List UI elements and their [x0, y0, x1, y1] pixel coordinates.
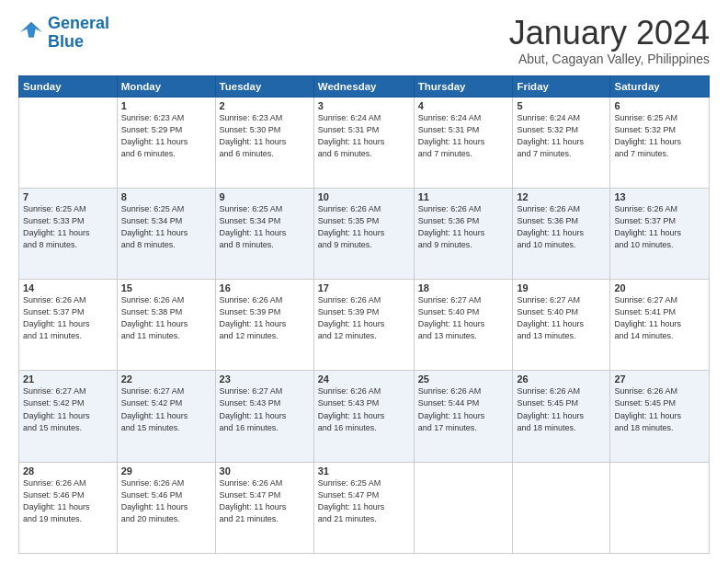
table-row: 24Sunrise: 6:26 AM Sunset: 5:43 PM Dayli… [313, 371, 414, 462]
table-row: 14Sunrise: 6:26 AM Sunset: 5:37 PM Dayli… [19, 280, 118, 371]
title-block: January 2024 Abut, Cagayan Valley, Phili… [509, 15, 710, 66]
table-row: 19Sunrise: 6:27 AM Sunset: 5:40 PM Dayli… [513, 280, 610, 371]
day-info: Sunrise: 6:27 AM Sunset: 5:40 PM Dayligh… [418, 294, 509, 342]
day-number: 6 [614, 100, 705, 111]
day-number: 1 [121, 100, 211, 111]
table-row: 4Sunrise: 6:24 AM Sunset: 5:31 PM Daylig… [414, 97, 513, 188]
day-info: Sunrise: 6:26 AM Sunset: 5:45 PM Dayligh… [614, 385, 705, 433]
table-row: 30Sunrise: 6:26 AM Sunset: 5:47 PM Dayli… [215, 462, 313, 553]
day-info: Sunrise: 6:26 AM Sunset: 5:38 PM Dayligh… [121, 294, 211, 342]
page: General Blue January 2024 Abut, Cagayan … [0, 0, 728, 563]
table-row: 23Sunrise: 6:27 AM Sunset: 5:43 PM Dayli… [215, 371, 313, 462]
day-number: 31 [318, 465, 410, 477]
calendar-week-4: 21Sunrise: 6:27 AM Sunset: 5:42 PM Dayli… [19, 371, 710, 462]
header-monday: Monday [117, 75, 215, 97]
table-row: 21Sunrise: 6:27 AM Sunset: 5:42 PM Dayli… [19, 371, 118, 462]
day-info: Sunrise: 6:26 AM Sunset: 5:35 PM Dayligh… [318, 203, 410, 251]
day-info: Sunrise: 6:26 AM Sunset: 5:44 PM Dayligh… [418, 385, 509, 433]
header-thursday: Thursday [414, 75, 513, 97]
table-row: 29Sunrise: 6:26 AM Sunset: 5:46 PM Dayli… [117, 462, 215, 553]
table-row [513, 462, 610, 553]
day-number: 11 [418, 191, 509, 202]
table-row: 31Sunrise: 6:25 AM Sunset: 5:47 PM Dayli… [313, 462, 414, 553]
table-row: 9Sunrise: 6:25 AM Sunset: 5:34 PM Daylig… [215, 188, 313, 279]
table-row: 6Sunrise: 6:25 AM Sunset: 5:32 PM Daylig… [610, 97, 710, 188]
table-row [19, 97, 118, 188]
day-number: 9 [220, 191, 310, 202]
table-row: 26Sunrise: 6:26 AM Sunset: 5:45 PM Dayli… [513, 371, 610, 462]
day-info: Sunrise: 6:23 AM Sunset: 5:29 PM Dayligh… [121, 112, 211, 160]
day-number: 8 [121, 191, 211, 202]
day-info: Sunrise: 6:26 AM Sunset: 5:46 PM Dayligh… [121, 477, 211, 525]
day-number: 30 [220, 465, 310, 477]
calendar-week-3: 14Sunrise: 6:26 AM Sunset: 5:37 PM Dayli… [19, 280, 710, 371]
month-title: January 2024 [509, 15, 710, 52]
table-row: 7Sunrise: 6:25 AM Sunset: 5:33 PM Daylig… [19, 188, 118, 279]
day-number: 16 [220, 282, 310, 293]
table-row: 10Sunrise: 6:26 AM Sunset: 5:35 PM Dayli… [313, 188, 414, 279]
table-row: 15Sunrise: 6:26 AM Sunset: 5:38 PM Dayli… [117, 280, 215, 371]
day-info: Sunrise: 6:27 AM Sunset: 5:43 PM Dayligh… [220, 385, 310, 433]
calendar-table: Sunday Monday Tuesday Wednesday Thursday… [18, 75, 710, 554]
day-number: 7 [23, 191, 113, 202]
calendar-week-1: 1Sunrise: 6:23 AM Sunset: 5:29 PM Daylig… [19, 97, 710, 188]
day-number: 3 [318, 100, 410, 111]
logo-text-blue: Blue [48, 33, 109, 52]
day-number: 22 [121, 373, 211, 385]
day-info: Sunrise: 6:26 AM Sunset: 5:45 PM Dayligh… [517, 385, 606, 433]
day-number: 26 [517, 373, 606, 385]
svg-marker-1 [23, 24, 40, 36]
day-number: 14 [23, 282, 113, 293]
day-number: 28 [23, 465, 113, 477]
table-row: 18Sunrise: 6:27 AM Sunset: 5:40 PM Dayli… [414, 280, 513, 371]
day-info: Sunrise: 6:26 AM Sunset: 5:37 PM Dayligh… [614, 203, 705, 251]
header-saturday: Saturday [610, 75, 710, 97]
table-row: 1Sunrise: 6:23 AM Sunset: 5:29 PM Daylig… [117, 97, 215, 188]
day-number: 29 [121, 465, 211, 477]
day-number: 20 [614, 282, 705, 293]
table-row: 27Sunrise: 6:26 AM Sunset: 5:45 PM Dayli… [610, 371, 710, 462]
day-info: Sunrise: 6:26 AM Sunset: 5:39 PM Dayligh… [220, 294, 310, 342]
day-number: 2 [220, 100, 310, 111]
table-row: 25Sunrise: 6:26 AM Sunset: 5:44 PM Dayli… [414, 371, 513, 462]
day-number: 18 [418, 282, 509, 293]
table-row: 11Sunrise: 6:26 AM Sunset: 5:36 PM Dayli… [414, 188, 513, 279]
table-row [610, 462, 710, 553]
day-info: Sunrise: 6:26 AM Sunset: 5:36 PM Dayligh… [517, 203, 606, 251]
calendar-week-5: 28Sunrise: 6:26 AM Sunset: 5:46 PM Dayli… [19, 462, 710, 553]
table-row: 8Sunrise: 6:25 AM Sunset: 5:34 PM Daylig… [117, 188, 215, 279]
day-number: 13 [614, 191, 705, 202]
day-info: Sunrise: 6:25 AM Sunset: 5:32 PM Dayligh… [614, 112, 705, 160]
day-info: Sunrise: 6:26 AM Sunset: 5:37 PM Dayligh… [23, 294, 113, 342]
header-wednesday: Wednesday [313, 75, 414, 97]
table-row: 2Sunrise: 6:23 AM Sunset: 5:30 PM Daylig… [215, 97, 313, 188]
day-number: 4 [418, 100, 509, 111]
day-info: Sunrise: 6:26 AM Sunset: 5:47 PM Dayligh… [220, 477, 310, 525]
table-row: 5Sunrise: 6:24 AM Sunset: 5:32 PM Daylig… [513, 97, 610, 188]
day-info: Sunrise: 6:26 AM Sunset: 5:39 PM Dayligh… [318, 294, 410, 342]
table-row: 3Sunrise: 6:24 AM Sunset: 5:31 PM Daylig… [313, 97, 414, 188]
day-number: 23 [220, 373, 310, 385]
table-row: 16Sunrise: 6:26 AM Sunset: 5:39 PM Dayli… [215, 280, 313, 371]
header-tuesday: Tuesday [215, 75, 313, 97]
calendar-week-2: 7Sunrise: 6:25 AM Sunset: 5:33 PM Daylig… [19, 188, 710, 279]
table-row: 17Sunrise: 6:26 AM Sunset: 5:39 PM Dayli… [313, 280, 414, 371]
day-number: 12 [517, 191, 606, 202]
table-row: 13Sunrise: 6:26 AM Sunset: 5:37 PM Dayli… [610, 188, 710, 279]
table-row [414, 462, 513, 553]
location: Abut, Cagayan Valley, Philippines [509, 52, 710, 66]
header-row: Sunday Monday Tuesday Wednesday Thursday… [19, 75, 710, 97]
day-info: Sunrise: 6:26 AM Sunset: 5:43 PM Dayligh… [318, 385, 410, 433]
header: General Blue January 2024 Abut, Cagayan … [18, 15, 710, 66]
day-number: 5 [517, 100, 606, 111]
day-info: Sunrise: 6:27 AM Sunset: 5:42 PM Dayligh… [121, 385, 211, 433]
day-number: 24 [318, 373, 410, 385]
header-sunday: Sunday [19, 75, 118, 97]
day-info: Sunrise: 6:23 AM Sunset: 5:30 PM Dayligh… [220, 112, 310, 160]
day-number: 21 [23, 373, 113, 385]
day-info: Sunrise: 6:27 AM Sunset: 5:42 PM Dayligh… [23, 385, 113, 433]
day-number: 10 [318, 191, 410, 202]
table-row: 12Sunrise: 6:26 AM Sunset: 5:36 PM Dayli… [513, 188, 610, 279]
table-row: 22Sunrise: 6:27 AM Sunset: 5:42 PM Dayli… [117, 371, 215, 462]
day-info: Sunrise: 6:25 AM Sunset: 5:47 PM Dayligh… [318, 477, 410, 525]
